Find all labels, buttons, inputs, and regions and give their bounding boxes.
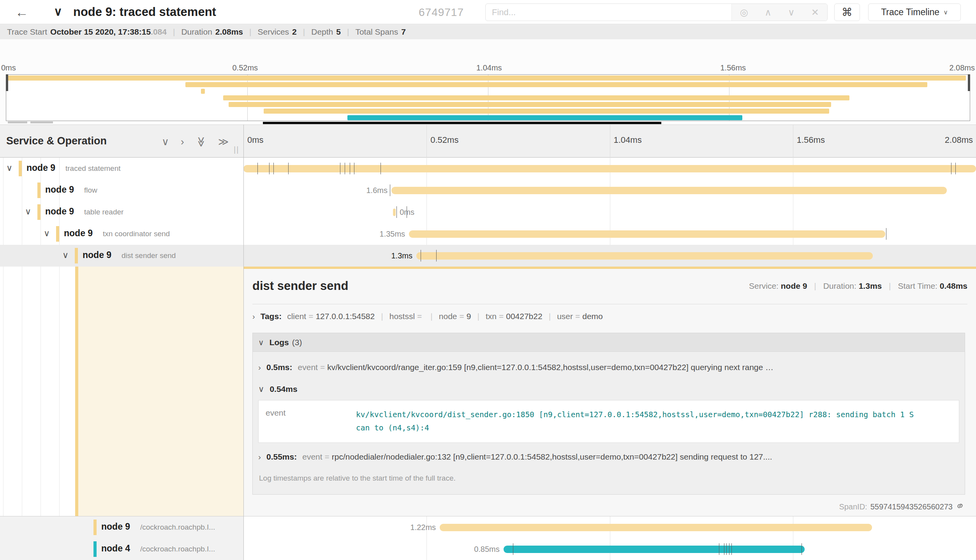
span-row[interactable]: ∨node 9dist sender send1.3ms: [0, 245, 976, 267]
span-tree-cell[interactable]: ∨node 9dist sender send: [0, 245, 243, 267]
back-button[interactable]: ←: [11, 3, 33, 21]
span-service-name: node 9: [45, 184, 74, 195]
summary-item-value: October 15 2020, 17:38:15: [50, 27, 151, 37]
minimap-track-mark: [8, 121, 27, 123]
span-tree-cell[interactable]: ∨node 9txn coordinator send: [0, 223, 243, 245]
minimap-canvas[interactable]: [6, 74, 970, 121]
trace-view-selector-label: Trace Timeline: [881, 7, 939, 18]
tag-separator: |: [381, 312, 383, 321]
span-service-name: node 9: [45, 206, 74, 217]
span-duration-bar[interactable]: [393, 209, 396, 216]
top-bar: ← ∨ node 9: traced statement 6749717 ◎ ∧…: [0, 0, 976, 24]
span-timeline-track[interactable]: 0.85ms: [243, 538, 976, 560]
span-tree-cell[interactable]: node 9/cockroach.roachpb.I...: [0, 516, 243, 538]
log-entry-equals: =: [320, 363, 325, 372]
tags-row[interactable]: › Tags: client=127.0.0.1:54582|hostssl=|…: [252, 312, 603, 321]
span-tree-cell[interactable]: ∨node 9traced statement: [0, 158, 243, 179]
span-collapse-icon[interactable]: ∨: [25, 207, 31, 217]
minimap-span-row: [6, 114, 970, 121]
collapse-one-icon[interactable]: ∨: [162, 136, 169, 148]
minimap-tick-label: 0.52ms: [233, 63, 258, 72]
span-operation-name: traced statement: [65, 164, 121, 173]
tree-guide-line: [59, 267, 60, 516]
expand-one-icon[interactable]: ›: [181, 136, 184, 148]
find-input[interactable]: [486, 4, 731, 21]
span-log-tick: [951, 163, 951, 174]
log-entry-row[interactable]: ›0.55ms:event=rpc/nodedialer/nodedialer.…: [258, 445, 959, 469]
collapse-all-icon[interactable]: ≫: [195, 137, 207, 147]
span-tree-cell[interactable]: node 4/cockroach.roachpb.I...: [0, 538, 243, 560]
span-collapse-icon[interactable]: ∨: [62, 250, 69, 260]
logs-footer-note: Log timestamps are relative to the start…: [258, 469, 959, 489]
log-entry-row[interactable]: ›0.5ms:event=kv/kvclient/kvcoord/range_i…: [258, 356, 959, 379]
minimap-viewport-bar[interactable]: [263, 122, 661, 124]
minimap-tick-label: 2.08ms: [949, 63, 975, 72]
prev-match-icon[interactable]: ∧: [765, 7, 772, 18]
minimap-track-mark: [30, 121, 53, 123]
span-tree-cell[interactable]: node 9flow: [0, 179, 243, 201]
span-service-name: node 4: [101, 543, 130, 554]
span-duration-bar[interactable]: [504, 546, 805, 553]
summary-separator: |: [303, 27, 305, 37]
trace-collapse-icon[interactable]: ∨: [54, 5, 62, 18]
trace-view-selector[interactable]: Trace Timeline ∨: [868, 4, 961, 21]
span-timeline-track[interactable]: [243, 158, 976, 179]
span-duration-bar[interactable]: [243, 165, 976, 172]
span-duration-bar[interactable]: [391, 187, 947, 194]
span-color-bar: [93, 541, 97, 557]
expand-all-icon[interactable]: ≫: [218, 136, 229, 148]
span-duration-bar[interactable]: [416, 252, 873, 260]
panel-divider[interactable]: [243, 125, 244, 560]
tag-value: 9: [467, 312, 471, 321]
timeline-gridline: [610, 125, 610, 158]
summary-separator: |: [249, 27, 251, 37]
duration-label: Duration:: [823, 281, 856, 290]
tag-item[interactable]: node=9: [439, 312, 471, 321]
tag-item[interactable]: txn=00427b22: [486, 312, 543, 321]
minimap-span-bar: [185, 82, 927, 87]
span-duration-bar[interactable]: [440, 524, 872, 531]
span-row[interactable]: node 9/cockroach.roachpb.I...1.22ms: [0, 516, 976, 538]
minimap-left-scrubber[interactable]: [6, 74, 8, 91]
span-timeline-track[interactable]: 0ms: [243, 201, 976, 223]
span-color-bar: [75, 248, 78, 263]
log-entry-expanded-header[interactable]: ∨0.54ms: [258, 379, 959, 398]
tag-item[interactable]: user=demo: [557, 312, 603, 321]
next-match-icon[interactable]: ∨: [788, 7, 795, 18]
span-row[interactable]: node 9flow1.6ms: [0, 179, 976, 201]
span-color-bar: [56, 226, 59, 242]
span-tree-cell[interactable]: ∨node 9table reader: [0, 201, 243, 223]
log-entry-value: rpc/nodedialer/nodedialer.go:132 [n9,cli…: [332, 452, 772, 462]
span-row[interactable]: ∨node 9traced statement: [0, 158, 976, 179]
logs-count: (3): [292, 338, 302, 347]
chevron-right-icon: ›: [252, 312, 255, 321]
span-collapse-icon[interactable]: ∨: [6, 163, 12, 173]
tag-item[interactable]: hostssl=: [389, 312, 425, 321]
keyboard-shortcuts-button[interactable]: ⌘: [834, 4, 860, 21]
column-resize-handle[interactable]: ||: [234, 145, 239, 154]
span-log-tick: [269, 163, 270, 174]
span-timeline-track[interactable]: 1.35ms: [243, 223, 976, 245]
duration-value: 1.3ms: [859, 281, 882, 290]
summary-item-label: Services: [258, 27, 289, 37]
span-timeline-track[interactable]: 1.3ms: [243, 245, 976, 267]
clear-find-icon[interactable]: ✕: [811, 7, 819, 18]
span-log-tick: [273, 163, 274, 174]
timeline-tick-label: 1.56ms: [797, 135, 825, 145]
link-icon[interactable]: [956, 502, 964, 512]
span-row[interactable]: ∨node 9table reader0ms: [0, 201, 976, 223]
logs-header[interactable]: ∨ Logs (3): [253, 333, 965, 352]
span-operation-name: /cockroach.roachpb.I...: [140, 523, 215, 532]
match-target-icon[interactable]: ◎: [740, 7, 748, 18]
span-row[interactable]: node 4/cockroach.roachpb.I...0.85ms: [0, 538, 976, 560]
span-duration-bar[interactable]: [409, 230, 885, 238]
span-row[interactable]: ∨node 9txn coordinator send1.35ms: [0, 223, 976, 245]
minimap-right-scrubber[interactable]: [968, 74, 970, 91]
span-timeline-track[interactable]: 1.22ms: [243, 516, 976, 538]
timeline-gridline: [426, 125, 427, 158]
tag-item[interactable]: client=127.0.0.1:54582: [287, 312, 375, 321]
span-color-bar: [37, 204, 41, 220]
span-timeline-track[interactable]: 1.6ms: [243, 179, 976, 201]
span-collapse-icon[interactable]: ∨: [44, 228, 50, 239]
trace-summary-bar: Trace StartOctober 15 2020, 17:38:15.084…: [0, 24, 976, 39]
